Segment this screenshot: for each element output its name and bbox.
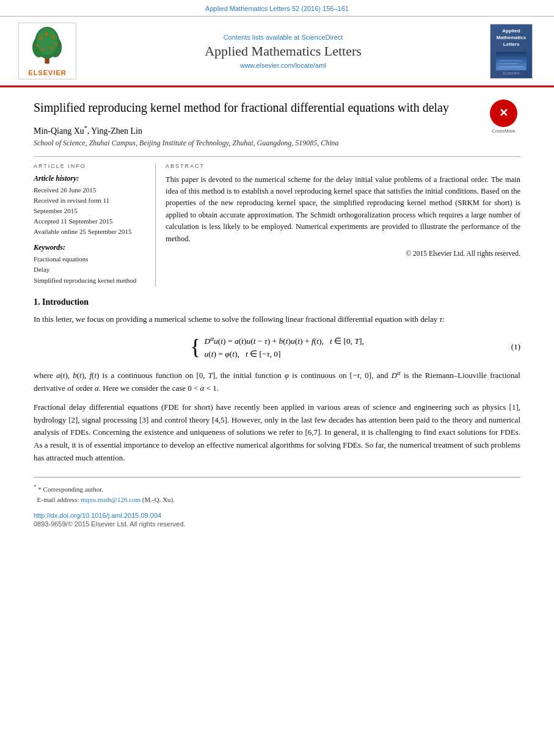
journal-url[interactable]: www.elsevier.com/locate/aml bbox=[89, 62, 478, 69]
keyword-3: Simplified reproducing kernel method bbox=[34, 275, 145, 286]
eq-line-2: u(t) = φ(t), t ∈ [−τ, 0] bbox=[204, 349, 363, 359]
received-revised-date: Received in revised form 11September 201… bbox=[34, 195, 145, 216]
received-date: Received 26 June 2015 bbox=[34, 185, 145, 195]
equation-number-1: (1) bbox=[511, 342, 520, 352]
section1-heading: 1. Introduction bbox=[34, 297, 520, 307]
issn-line: 0893-9659/© 2015 Elsevier Ltd. All right… bbox=[34, 520, 520, 528]
svg-point-5 bbox=[39, 37, 43, 40]
left-brace: { bbox=[190, 336, 200, 358]
crossmark-label: CrossMark bbox=[487, 128, 520, 135]
svg-point-4 bbox=[37, 28, 57, 56]
paper-title-area: Simplified reproducing kernel method for… bbox=[34, 100, 520, 116]
svg-point-8 bbox=[35, 44, 38, 47]
svg-point-9 bbox=[55, 43, 58, 46]
svg-point-6 bbox=[51, 35, 55, 39]
abstract-column: ABSTRACT This paper is devoted to the nu… bbox=[156, 163, 520, 286]
paper-title: Simplified reproducing kernel method for… bbox=[34, 101, 449, 114]
doi-line[interactable]: http://dx.doi.org/10.1016/j.aml.2015.09.… bbox=[34, 512, 520, 519]
svg-point-7 bbox=[45, 32, 48, 36]
article-info-column: ARTICLE INFO Article history: Received 2… bbox=[34, 163, 156, 286]
accepted-date: Accepted 11 September 2015 bbox=[34, 216, 145, 227]
svg-point-11 bbox=[49, 47, 53, 50]
contents-line: Contents lists available at ScienceDirec… bbox=[89, 34, 478, 41]
corresponding-author-note: * * Corresponding author. bbox=[34, 482, 520, 495]
sciencedirect-link[interactable]: ScienceDirect bbox=[301, 34, 343, 41]
available-date: Available online 25 September 2015 bbox=[34, 227, 145, 237]
authors-text: Min-Qiang Xu*, Ying-Zhen Lin bbox=[34, 126, 142, 136]
email-note: E-mail address: mqxu.math@126.com (M.-Q.… bbox=[34, 495, 520, 506]
journal-header: ELSEVIER Contents lists available at Sci… bbox=[0, 16, 554, 87]
two-column-section: ARTICLE INFO Article history: Received 2… bbox=[34, 156, 520, 286]
equation-1-block: { Dαu(t) = a(t)u(t − τ) + b(t)u(t) + f(t… bbox=[34, 334, 520, 359]
abstract-paragraph: This paper is devoted to the numerical s… bbox=[166, 174, 520, 245]
crossmark-logo: ✕ bbox=[490, 100, 517, 127]
abstract-text: This paper is devoted to the numerical s… bbox=[166, 174, 520, 260]
svg-point-10 bbox=[42, 48, 45, 51]
equation-lines: Dαu(t) = a(t)u(t − τ) + b(t)u(t) + f(t),… bbox=[204, 334, 363, 359]
doi-text: http://dx.doi.org/10.1016/j.aml.2015.09.… bbox=[34, 512, 161, 519]
journal-ref-link[interactable]: Applied Mathematics Letters 52 (2016) 15… bbox=[205, 5, 349, 12]
article-info-label: ARTICLE INFO bbox=[34, 163, 145, 169]
crossmark-area[interactable]: ✕ CrossMark bbox=[487, 100, 520, 135]
contents-text: Contents lists available at bbox=[224, 34, 300, 41]
paper-content: Simplified reproducing kernel method for… bbox=[0, 87, 554, 540]
corresponding-label: * Corresponding author. bbox=[38, 485, 103, 493]
email-link[interactable]: mqxu.math@126.com bbox=[81, 496, 140, 503]
eq-line-1: Dαu(t) = a(t)u(t − τ) + b(t)u(t) + f(t),… bbox=[204, 334, 363, 346]
para2: Fractional delay differential equations … bbox=[34, 401, 520, 465]
email-label: E-mail address: bbox=[37, 496, 79, 503]
journal-title: Applied Mathematics Letters bbox=[89, 43, 478, 59]
email-suffix: (M.-Q. Xu). bbox=[142, 496, 175, 503]
keyword-1: Fractional equations bbox=[34, 254, 145, 265]
para-after-eq: where a(t), b(t), f(t) is a continuous f… bbox=[34, 368, 520, 395]
authors: Min-Qiang Xu*, Ying-Zhen Lin bbox=[34, 125, 520, 136]
equation-system: { Dαu(t) = a(t)u(t − τ) + b(t)u(t) + f(t… bbox=[190, 334, 364, 359]
intro-para1: In this letter, we focus on providing a … bbox=[34, 313, 520, 326]
affiliation: School of Science, Zhuhai Campus, Beijin… bbox=[34, 139, 520, 148]
journal-center: Contents lists available at ScienceDirec… bbox=[89, 34, 478, 69]
keywords-label: Keywords: bbox=[34, 243, 145, 252]
copyright-text: © 2015 Elsevier Ltd. All rights reserved… bbox=[166, 249, 520, 260]
article-history-label: Article history: bbox=[34, 174, 145, 183]
footer-section: * * Corresponding author. E-mail address… bbox=[34, 477, 520, 506]
elsevier-logo: ELSEVIER bbox=[18, 23, 76, 79]
abstract-label: ABSTRACT bbox=[166, 163, 520, 169]
top-bar: Applied Mathematics Letters 52 (2016) 15… bbox=[0, 0, 554, 16]
keyword-2: Delay bbox=[34, 264, 145, 275]
elsevier-label: ELSEVIER bbox=[21, 69, 73, 76]
journal-cover: Applied Mathematics Letters ELSEVIER bbox=[490, 24, 536, 79]
